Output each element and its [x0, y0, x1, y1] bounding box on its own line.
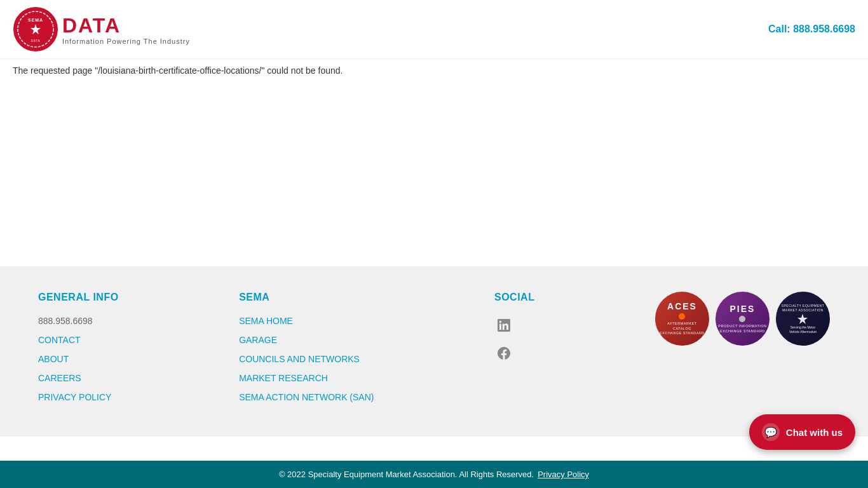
footer-link-careers[interactable]: CAREERS	[38, 373, 119, 383]
sema-badge: SPECIALTY EQUIPMENTMARKET ASSOCIATION Se…	[776, 292, 830, 346]
header: SEMA DATA DATA Information Powering The …	[0, 0, 868, 59]
svg-text:SEMA: SEMA	[28, 18, 43, 22]
logo-area: SEMA DATA DATA Information Powering The …	[13, 6, 190, 52]
chat-icon: 💬	[762, 423, 780, 441]
svg-marker-5	[797, 314, 808, 324]
linkedin-icon[interactable]	[494, 316, 513, 335]
pies-badge: PIES PRODUCT INFORMATIONEXCHANGE STANDAR…	[715, 292, 770, 346]
privacy-policy-link[interactable]: Privacy Policy	[538, 470, 589, 479]
footer-col-general-info: GENERAL INFO 888.958.6698 CONTACT ABOUT …	[38, 292, 119, 411]
footer-col-social: SOCIAL	[494, 292, 534, 372]
pies-dot	[739, 316, 745, 322]
pies-subtitle: PRODUCT INFORMATIONEXCHANGE STANDARD	[718, 324, 766, 334]
call-info: Call: 888.958.6698	[768, 24, 855, 35]
bottom-bar: © 2022 Specialty Equipment Market Associ…	[0, 461, 868, 488]
chat-label: Chat with us	[786, 427, 843, 438]
facebook-icon[interactable]	[494, 344, 513, 363]
sema-title: SEMA	[239, 292, 374, 303]
footer-link-sema-home[interactable]: SEMA HOME	[239, 316, 374, 326]
sema-logo-icon: SEMA DATA	[13, 6, 58, 52]
chat-button[interactable]: 💬 Chat with us	[749, 414, 855, 450]
logo-data-text: DATA	[62, 14, 190, 37]
footer-link-councils[interactable]: COUNCILS AND NETWORKS	[239, 354, 374, 364]
logo-tagline: Information Powering The Industry	[62, 37, 190, 45]
footer-link-about[interactable]: ABOUT	[38, 354, 119, 364]
footer-col-sema: SEMA SEMA HOME GARAGE COUNCILS AND NETWO…	[239, 292, 374, 411]
aces-dot	[679, 313, 685, 320]
aces-badge: ACES AFTERMARKET CATALOGEXCHANGE STANDAR…	[655, 292, 709, 346]
general-info-phone: 888.958.6698	[38, 316, 119, 326]
sema-badge-title: SPECIALTY EQUIPMENTMARKET ASSOCIATION	[782, 304, 825, 313]
error-message: The requested page "/louisiana-birth-cer…	[0, 59, 868, 82]
footer-link-privacy-policy[interactable]: PRIVACY POLICY	[38, 392, 119, 402]
white-spacer	[0, 82, 868, 260]
logo-text-area: DATA Information Powering The Industry	[62, 14, 190, 45]
sema-badge-icon	[793, 313, 812, 325]
footer-link-market-research[interactable]: MARKET RESEARCH	[239, 373, 374, 383]
svg-text:DATA: DATA	[31, 39, 41, 43]
footer-link-garage[interactable]: GARAGE	[239, 335, 374, 345]
pies-title: PIES	[730, 304, 756, 314]
sema-badge-subtitle: Serving the MotorVehicle Aftermarket	[789, 325, 817, 334]
aces-subtitle: AFTERMARKET CATALOGEXCHANGE STANDARD	[658, 322, 707, 336]
footer-section: GENERAL INFO 888.958.6698 CONTACT ABOUT …	[0, 266, 868, 437]
badges-area: ACES AFTERMARKET CATALOGEXCHANGE STANDAR…	[655, 292, 830, 346]
footer-link-contact[interactable]: CONTACT	[38, 335, 119, 345]
footer-inner: GENERAL INFO 888.958.6698 CONTACT ABOUT …	[38, 292, 830, 411]
copyright-text: © 2022 Specialty Equipment Market Associ…	[279, 470, 534, 479]
general-info-title: GENERAL INFO	[38, 292, 119, 303]
aces-title: ACES	[667, 301, 697, 311]
footer-link-san[interactable]: SEMA ACTION NETWORK (SAN)	[239, 392, 374, 402]
social-title: SOCIAL	[494, 292, 534, 303]
